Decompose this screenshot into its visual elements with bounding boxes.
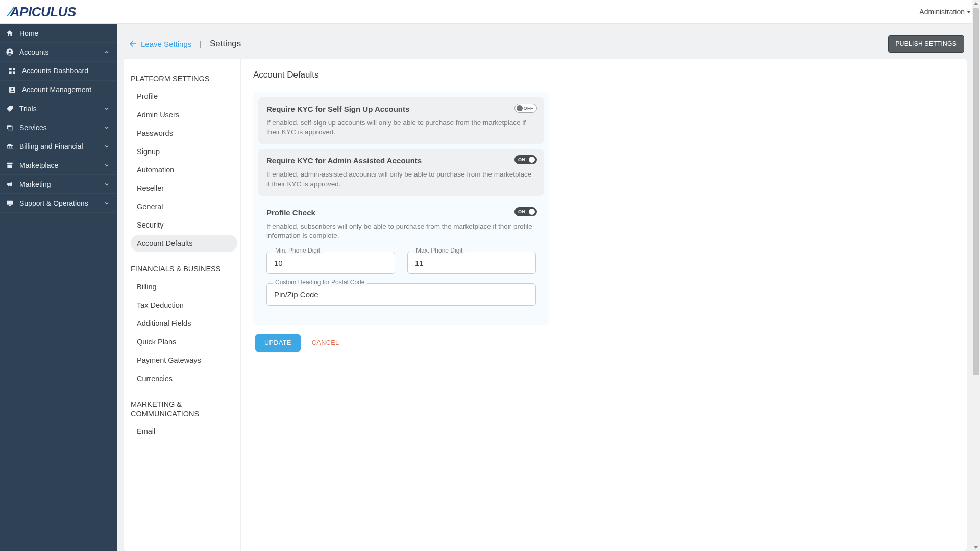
sidebar-item-support-operations[interactable]: Support & Operations (0, 194, 117, 213)
max-phone-input[interactable] (407, 252, 536, 274)
body-title: Account Defaults (253, 70, 952, 80)
sidebar-item-marketing[interactable]: Marketing (0, 175, 117, 194)
breadcrumb-divider: | (200, 40, 202, 48)
card-profile-desc: If enabled, subscribers will only be abl… (266, 222, 536, 240)
toggle-knob (517, 105, 523, 111)
cancel-button[interactable]: CANCEL (312, 339, 339, 346)
chevron-down-icon (104, 162, 110, 168)
settings-nav-currencies[interactable]: Currencies (131, 370, 237, 387)
home-icon (5, 29, 14, 37)
settings-nav-billing[interactable]: Billing (131, 278, 237, 295)
update-button[interactable]: UPDATE (255, 334, 301, 352)
settings-nav-general[interactable]: General (131, 198, 237, 215)
sidebar-item-marketplace[interactable]: Marketplace (0, 156, 117, 175)
postal-heading-label: Custom Heading for Postal Code (273, 279, 367, 286)
settings-nav-passwords[interactable]: Passwords (131, 124, 237, 142)
sidebar-label-support: Support & Operations (19, 199, 88, 207)
settings-body: Account Defaults OFF Require KYC for Sel… (241, 59, 967, 551)
sidebar-item-accounts-dashboard[interactable]: Accounts Dashboard (0, 62, 117, 81)
settings-section-financials: FINANCIALS & BUSINESS (131, 264, 237, 274)
settings-panel: OFF Require KYC for Self Sign Up Account… (253, 92, 549, 325)
page-title: Settings (210, 39, 241, 49)
settings-nav-reseller[interactable]: Reseller (131, 180, 237, 197)
svg-rect-16 (9, 205, 11, 206)
card-kyc-self-desc: If enabled, self-sign up accounts will o… (266, 118, 536, 137)
settings-nav-admin-users[interactable]: Admin Users (131, 106, 237, 123)
postal-heading-input[interactable] (266, 283, 536, 306)
card-profile-title: Profile Check (266, 208, 536, 217)
svg-rect-10 (7, 146, 8, 148)
sidebar-item-home[interactable]: Home (0, 24, 117, 43)
toggle-knob (529, 157, 535, 163)
settings-section-marketing: MARKETING & COMMUNICATIONS (131, 399, 237, 419)
settings-nav-quick-plans[interactable]: Quick Plans (131, 333, 237, 350)
sidebar-item-trials[interactable]: Trials (0, 99, 117, 118)
settings-nav-additional-fields[interactable]: Additional Fields (131, 315, 237, 332)
headerbar: Leave Settings | Settings PUBLISH SETTIN… (124, 30, 967, 59)
sidebar-label-billing: Billing and Financial (19, 142, 83, 151)
min-phone-label: Min. Phone Digit (273, 247, 323, 254)
caret-down-icon (967, 11, 971, 13)
settings-nav-email[interactable]: Email (131, 422, 237, 440)
settings-nav-payment-gateways[interactable]: Payment Gateways (131, 352, 237, 369)
settings-nav-profile[interactable]: Profile (131, 88, 237, 105)
svg-rect-5 (13, 71, 15, 74)
bank-icon (5, 142, 14, 151)
svg-rect-15 (7, 201, 13, 205)
bullhorn-icon (5, 180, 14, 188)
form-actions: UPDATE CANCEL (255, 334, 952, 352)
scroll-arrow-down-icon (974, 546, 978, 549)
card-kyc-self-title: Require KYC for Self Sign Up Accounts (266, 105, 536, 113)
brand-logo[interactable]: ⁄ APICULUS (9, 4, 76, 20)
sidebar-item-accounts[interactable]: Accounts (0, 43, 117, 62)
settings-nav-signup[interactable]: Signup (131, 143, 237, 160)
settings-nav-tax-deduction[interactable]: Tax Deduction (131, 296, 237, 314)
scroll-thumb[interactable] (973, 8, 979, 375)
user-circle-icon (5, 48, 14, 56)
page-scrollbar[interactable] (972, 0, 980, 551)
settings-nav-automation[interactable]: Automation (131, 161, 237, 179)
svg-point-1 (9, 50, 11, 52)
scroll-arrow-up-icon (974, 2, 978, 5)
settings-nav-account-defaults[interactable]: Account Defaults (131, 235, 237, 252)
leave-settings-link[interactable]: Leave Settings (129, 39, 191, 48)
main: Leave Settings | Settings PUBLISH SETTIN… (117, 24, 980, 551)
phone-digit-fields: Min. Phone Digit Max. Phone Digit (266, 252, 536, 274)
toggle-kyc-admin-assisted[interactable]: ON (514, 155, 537, 164)
card-profile-check: ON Profile Check If enabled, subscribers… (258, 201, 544, 313)
sidebar-label-home: Home (19, 29, 38, 37)
brand-text: APICULUS (10, 4, 76, 20)
toggle-on-label: ON (518, 209, 526, 214)
sidebar-label-accounts-dashboard: Accounts Dashboard (22, 67, 88, 75)
sidebar-label-trials: Trials (19, 105, 37, 113)
sidebar-label-marketing: Marketing (19, 180, 51, 188)
svg-rect-12 (11, 146, 12, 148)
dashboard-icon (8, 67, 17, 75)
svg-rect-3 (13, 68, 15, 70)
sidebar-item-services[interactable]: Services (0, 118, 117, 137)
field-min-phone: Min. Phone Digit (266, 252, 395, 274)
content-card: PLATFORM SETTINGS Profile Admin Users Pa… (124, 59, 967, 551)
layers-icon (5, 123, 14, 132)
settings-nav-security[interactable]: Security (131, 216, 237, 234)
chevron-down-icon (104, 200, 110, 206)
chevron-down-icon (104, 181, 110, 187)
publish-settings-button[interactable]: PUBLISH SETTINGS (888, 35, 965, 53)
toggle-knob (529, 209, 535, 215)
toggle-profile-check[interactable]: ON (514, 207, 537, 216)
card-kyc-admin-assisted: ON Require KYC for Admin Assisted Accoun… (258, 149, 544, 195)
administration-menu[interactable]: Administration (919, 8, 971, 16)
min-phone-input[interactable] (266, 252, 395, 274)
sidebar-item-billing-financial[interactable]: Billing and Financial (0, 137, 117, 156)
toggle-kyc-self-signup[interactable]: OFF (514, 104, 537, 113)
svg-rect-13 (7, 149, 13, 149)
chevron-up-icon (104, 49, 110, 55)
store-icon (5, 161, 14, 169)
toggle-off-label: OFF (524, 106, 534, 111)
card-kyc-admin-desc: If enabled, admin-assisted accounts will… (266, 170, 536, 188)
sidebar: Home Accounts Accounts Dashboard Account… (0, 24, 117, 551)
sidebar-label-services: Services (19, 123, 47, 132)
sidebar-item-account-management[interactable]: Account Management (0, 81, 117, 99)
svg-point-7 (11, 88, 13, 90)
card-kyc-admin-title: Require KYC for Admin Assisted Accounts (266, 156, 536, 165)
